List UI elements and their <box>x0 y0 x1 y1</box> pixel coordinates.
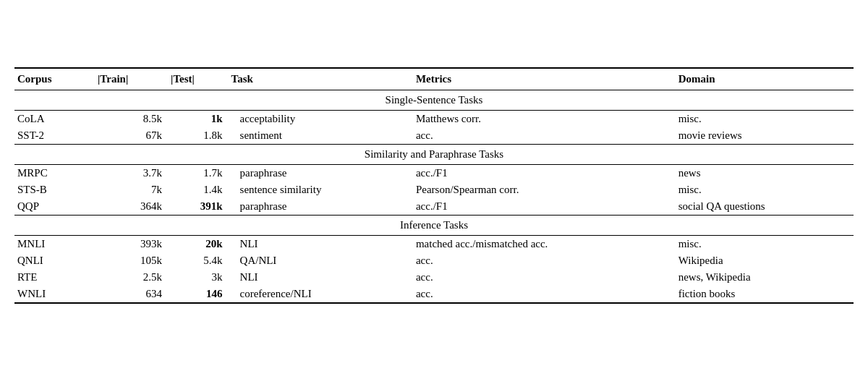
cell-task: QA/NLI <box>229 252 413 269</box>
cell-domain: Wikipedia <box>676 252 854 269</box>
header-train: |Train| <box>95 68 168 90</box>
cell-domain: news <box>676 165 854 182</box>
section-header-row: Similarity and Paraphrase Tasks <box>14 145 854 165</box>
cell-corpus: RTE <box>14 269 95 286</box>
cell-metrics: Matthews corr. <box>413 111 676 128</box>
header-task: Task <box>229 68 413 90</box>
cell-train: 105k <box>95 252 168 269</box>
cell-train: 393k <box>95 236 168 253</box>
table-row: WNLI634146coreference/NLIacc.fiction boo… <box>14 286 854 303</box>
cell-test: 5.4k <box>168 252 228 269</box>
main-table: Corpus |Train| |Test| Task Metrics Domai… <box>14 67 854 304</box>
header-domain: Domain <box>676 68 854 90</box>
cell-corpus: QQP <box>14 198 95 216</box>
cell-train: 7k <box>95 182 168 198</box>
section-title: Inference Tasks <box>14 216 854 236</box>
section-title: Similarity and Paraphrase Tasks <box>14 145 854 165</box>
section-header-row: Inference Tasks <box>14 216 854 236</box>
cell-test: 1k <box>168 111 228 128</box>
cell-task: NLI <box>229 269 413 286</box>
table-row: STS-B7k1.4ksentence similarityPearson/Sp… <box>14 182 854 198</box>
cell-train: 634 <box>95 286 168 303</box>
cell-corpus: CoLA <box>14 111 95 128</box>
cell-test: 391k <box>168 198 228 216</box>
table-row: CoLA8.5k1kacceptabilityMatthews corr.mis… <box>14 111 854 128</box>
cell-test: 3k <box>168 269 228 286</box>
cell-test: 1.4k <box>168 182 228 198</box>
cell-domain: social QA questions <box>676 198 854 216</box>
cell-task: paraphrase <box>229 198 413 216</box>
cell-corpus: QNLI <box>14 252 95 269</box>
header-test: |Test| <box>168 68 228 90</box>
cell-metrics: acc. <box>413 252 676 269</box>
table-row: RTE2.5k3kNLIacc.news, Wikipedia <box>14 269 854 286</box>
cell-metrics: acc. <box>413 269 676 286</box>
cell-metrics: acc./F1 <box>413 198 676 216</box>
cell-train: 8.5k <box>95 111 168 128</box>
cell-domain: misc. <box>676 236 854 253</box>
cell-domain: misc. <box>676 182 854 198</box>
cell-test: 146 <box>168 286 228 303</box>
cell-domain: misc. <box>676 111 854 128</box>
table-row: MNLI393k20kNLImatched acc./mismatched ac… <box>14 236 854 253</box>
section-title: Single-Sentence Tasks <box>14 90 854 111</box>
cell-corpus: SST-2 <box>14 127 95 145</box>
header-corpus: Corpus <box>14 68 95 90</box>
cell-corpus: MRPC <box>14 165 95 182</box>
cell-task: acceptability <box>229 111 413 128</box>
cell-task: sentiment <box>229 127 413 145</box>
cell-metrics: matched acc./mismatched acc. <box>413 236 676 253</box>
table-container: Corpus |Train| |Test| Task Metrics Domai… <box>14 67 854 304</box>
cell-corpus: STS-B <box>14 182 95 198</box>
cell-task: NLI <box>229 236 413 253</box>
cell-train: 2.5k <box>95 269 168 286</box>
table-row: QQP364k391kparaphraseacc./F1social QA qu… <box>14 198 854 216</box>
cell-task: coreference/NLI <box>229 286 413 303</box>
cell-domain: movie reviews <box>676 127 854 145</box>
section-header-row: Single-Sentence Tasks <box>14 90 854 111</box>
cell-metrics: Pearson/Spearman corr. <box>413 182 676 198</box>
cell-corpus: MNLI <box>14 236 95 253</box>
cell-domain: fiction books <box>676 286 854 303</box>
cell-train: 364k <box>95 198 168 216</box>
cell-test: 20k <box>168 236 228 253</box>
cell-task: sentence similarity <box>229 182 413 198</box>
cell-train: 3.7k <box>95 165 168 182</box>
cell-test: 1.8k <box>168 127 228 145</box>
table-row: QNLI105k5.4kQA/NLIacc.Wikipedia <box>14 252 854 269</box>
cell-train: 67k <box>95 127 168 145</box>
cell-test: 1.7k <box>168 165 228 182</box>
cell-metrics: acc./F1 <box>413 165 676 182</box>
cell-metrics: acc. <box>413 286 676 303</box>
header-metrics: Metrics <box>413 68 676 90</box>
table-row: MRPC3.7k1.7kparaphraseacc./F1news <box>14 165 854 182</box>
cell-task: paraphrase <box>229 165 413 182</box>
header-row: Corpus |Train| |Test| Task Metrics Domai… <box>14 68 854 90</box>
cell-metrics: acc. <box>413 127 676 145</box>
cell-domain: news, Wikipedia <box>676 269 854 286</box>
table-row: SST-267k1.8ksentimentacc.movie reviews <box>14 127 854 145</box>
cell-corpus: WNLI <box>14 286 95 303</box>
